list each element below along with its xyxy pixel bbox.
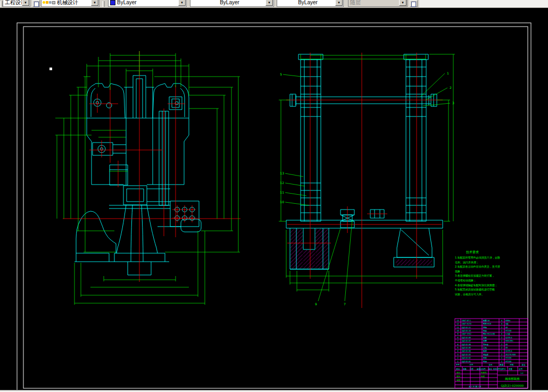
svg-text: 60Si2Mn — [505, 340, 513, 342]
svg-text: Q235-A — [505, 350, 512, 352]
chevron-down-icon[interactable]: ▼ — [91, 0, 98, 6]
lock-icon — [49, 1, 52, 4]
svg-text: 2 — [501, 337, 502, 339]
layer-manager-button[interactable] — [32, 0, 40, 7]
hatch-region — [315, 229, 328, 269]
svg-text: 横梁 — [483, 349, 487, 352]
svg-text: HT200 — [505, 361, 511, 363]
sheet-info: 共 1 张 第 1 张 — [469, 386, 481, 388]
svg-text: 5 — [457, 347, 458, 349]
hatch-region — [303, 250, 315, 269]
color-combo[interactable]: ByLayer ▼ — [108, 0, 187, 7]
svg-text: QJZ-02-03 — [462, 354, 471, 356]
svg-text: HT200 — [505, 330, 511, 332]
svg-text: 7 — [457, 340, 458, 342]
chevron-down-icon[interactable]: ▼ — [335, 0, 343, 6]
title-block-text: 1:2 阀体部装图 QJZ(2)-020000 共 1 张 第 1 张 — [469, 372, 524, 388]
svg-text: 设计 — [456, 371, 461, 374]
svg-text: 分区 — [470, 368, 474, 370]
svg-text: 代号 — [470, 364, 474, 366]
svg-text: 审核 — [456, 379, 461, 381]
svg-text: 1.装配前所有零件必须清洗干净，去除 — [455, 256, 500, 260]
lineweight-combo[interactable]: ByLayer ▼ — [277, 0, 344, 7]
layers-icon — [34, 2, 39, 7]
style-combo[interactable]: 工程设计 ▼ — [3, 0, 30, 7]
color-combo-value: ByLayer — [115, 0, 186, 5]
svg-text: 年月日 — [493, 368, 499, 370]
svg-text: 材料 — [510, 364, 514, 366]
svg-text: 名称 — [489, 364, 493, 366]
svg-text: 校对 — [456, 376, 461, 378]
svg-text: 2 — [501, 327, 502, 329]
parts-list: 13GB/T 97.1垫圈 16465Mn12GB/T 6170螺母 M1648… — [456, 320, 526, 366]
chevron-down-icon[interactable]: ▼ — [178, 0, 186, 6]
svg-text: QJZ-02-11 — [462, 327, 471, 329]
svg-text: Q235-A — [505, 337, 512, 339]
balloon-label: 9 — [315, 302, 317, 306]
svg-text: 1 — [457, 361, 458, 363]
svg-text: 2 — [501, 354, 502, 356]
properties-button[interactable] — [410, 0, 418, 7]
svg-text: ZG270-500 — [505, 354, 516, 356]
svg-text: 4 — [501, 323, 502, 325]
chevron-down-icon[interactable]: ▼ — [22, 0, 29, 6]
balloon-label: 7 — [344, 302, 346, 306]
linetype-combo-value: ByLayer — [190, 0, 273, 5]
linetype-combo[interactable]: ByLayer ▼ — [190, 0, 274, 7]
svg-text: 阶段标记 — [499, 368, 506, 370]
side-view-centerlines — [286, 53, 443, 308]
balloon-label: 2 — [450, 86, 452, 89]
toolbar-empty-area — [419, 0, 548, 7]
svg-text: QJZ-02-08 — [462, 337, 471, 339]
hatch-region — [290, 229, 303, 269]
svg-text: QJZ-02-02 — [462, 357, 471, 359]
balloon-leaders: 1 2 3 5 13 12 11 10 9 7 — [280, 71, 454, 306]
svg-text: 数量 — [500, 364, 504, 366]
svg-text: 12 — [456, 323, 459, 325]
svg-text: 45 — [505, 327, 508, 329]
toolbar-grip[interactable] — [102, 1, 105, 7]
svg-text: QJZ-02-07 — [462, 340, 471, 342]
scale-value: 1:2 — [520, 372, 523, 374]
svg-text: 13 — [456, 320, 459, 322]
layer-combo[interactable]: 机械设计 ▼ — [41, 0, 99, 7]
svg-text: 连接座 — [483, 354, 489, 356]
svg-text: 质量 — [509, 368, 512, 370]
grip-square — [49, 68, 52, 70]
sheet-frame — [17, 23, 531, 391]
svg-text: 8.8级 — [505, 333, 510, 335]
svg-text: 比例 — [519, 368, 522, 370]
svg-text: 9 — [457, 333, 458, 335]
top-toolbar: 工程设计 ▼ 机械设计 ▼ ByLayer ▼ ByLayer ▼ ByLaye… — [0, 0, 548, 8]
svg-text: 标记 — [456, 368, 460, 370]
svg-text: 8 — [501, 333, 502, 335]
color-swatch-icon — [110, 0, 115, 5]
front-view-centerlines — [63, 51, 240, 282]
svg-text: 3 — [457, 354, 458, 356]
svg-text: 备注 — [522, 364, 526, 366]
svg-text: 1 — [501, 350, 502, 352]
svg-text: 10 — [456, 330, 459, 332]
svg-text: 45 — [505, 347, 508, 349]
svg-text: 压板 — [483, 337, 487, 339]
svg-text: QJZ-02-04 — [462, 350, 471, 352]
svg-text: 6 — [457, 344, 458, 346]
chevron-down-icon: ▼ — [399, 0, 406, 6]
plotstyle-combo: 随层 ▼ — [348, 0, 408, 7]
balloon-label: 10 — [280, 200, 284, 204]
svg-text: GB/T 97.1 — [462, 320, 471, 322]
svg-text: 1 — [501, 357, 502, 359]
svg-text: 更改文件号 — [477, 368, 486, 370]
svg-text: QJZ-02-01 — [462, 361, 471, 363]
svg-text: 2 — [501, 340, 502, 342]
sun-icon — [46, 1, 48, 4]
svg-text: 3.各连接螺栓应按规定力矩拧紧， — [455, 274, 495, 278]
chevron-down-icon[interactable]: ▼ — [265, 0, 273, 6]
svg-text: 轴套 — [483, 330, 487, 332]
svg-text: 8 — [457, 337, 458, 339]
drawing-canvas[interactable]: 1 2 3 5 13 12 11 10 9 7 技术要求1.装配前所有零件必须清… — [0, 7, 548, 390]
drawing-number: QJZ(2)-020000 — [501, 384, 524, 388]
svg-text: 5.装配完成后按试验规程进行空载 — [455, 288, 495, 291]
svg-text: 垫圈 16 — [483, 320, 489, 322]
svg-text: 销轴 — [483, 326, 487, 329]
